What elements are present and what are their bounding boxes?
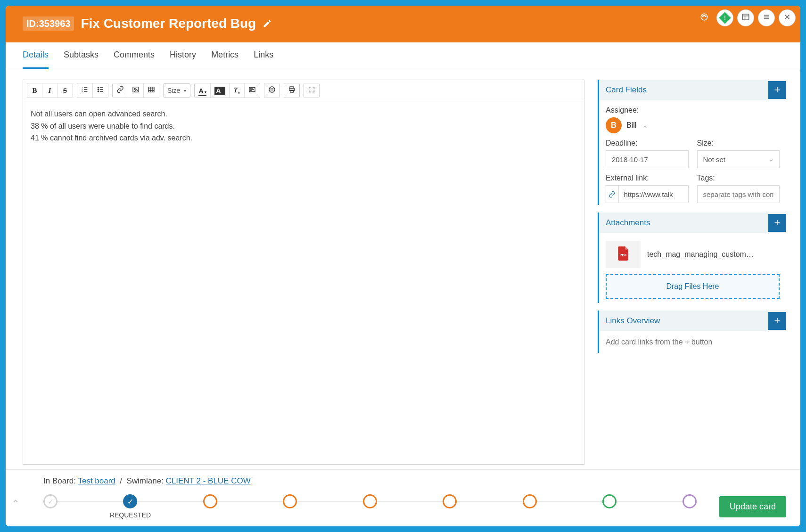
swimlane-link[interactable]: CLIENT 2 - BLUE COW [166, 476, 251, 485]
assignee-name: Bill [626, 121, 636, 130]
clear-format-button[interactable]: Tx [230, 83, 245, 98]
image-button[interactable] [128, 83, 144, 98]
link-prefix-icon [606, 186, 619, 203]
plus-icon: + [774, 315, 781, 327]
collapse-footer-button[interactable] [11, 497, 20, 507]
bg-color-icon: A▾ [214, 87, 225, 95]
svg-point-19 [98, 89, 99, 90]
size-label: Size: [697, 139, 780, 147]
code-block-button[interactable] [245, 83, 260, 98]
alert-diamond-icon [721, 14, 729, 22]
emoji-button[interactable] [264, 83, 280, 98]
svg-point-37 [272, 89, 273, 89]
attachments-add-button[interactable]: + [768, 214, 786, 232]
deadline-label: Deadline: [606, 139, 689, 147]
deadline-input[interactable]: 2018-10-17 [606, 150, 689, 168]
font-size-label: Size [167, 87, 180, 94]
plus-icon: + [774, 84, 781, 96]
card-fields-section: Card Fields + Assignee: B Bill ⌄ Deadlin… [598, 80, 786, 205]
close-button[interactable] [779, 9, 796, 26]
palette-icon [700, 13, 708, 23]
tab-metrics[interactable]: Metrics [211, 42, 239, 69]
svg-text:PDF: PDF [620, 253, 627, 257]
attachment-thumb: PDF [606, 241, 641, 268]
step-9[interactable] [683, 494, 697, 508]
pdf-icon: PDF [617, 246, 629, 262]
link-icon [116, 86, 124, 95]
svg-text:3: 3 [82, 90, 82, 92]
svg-point-36 [271, 89, 271, 89]
tab-details[interactable]: Details [23, 42, 49, 69]
attachment-filename: tech_mag_managing_custom… [647, 250, 780, 259]
links-empty-hint: Add card links from the + button [599, 331, 786, 353]
step-3[interactable] [203, 494, 217, 508]
close-icon [783, 13, 791, 23]
tab-bar: Details Subtasks Comments History Metric… [6, 42, 800, 69]
bullet-list-button[interactable] [93, 83, 108, 98]
table-button[interactable] [144, 83, 159, 98]
file-dropzone[interactable]: Drag Files Here [606, 274, 780, 299]
number-list-button[interactable]: 123 [77, 83, 93, 98]
links-add-button[interactable]: + [768, 312, 786, 330]
menu-icon [762, 13, 771, 23]
svg-point-18 [98, 87, 99, 88]
crumb-separator: / [120, 476, 122, 485]
board-link[interactable]: Test board [78, 476, 115, 485]
tags-field[interactable] [703, 190, 774, 198]
image-icon [132, 86, 140, 95]
card-id-chip: ID:353963 [23, 16, 74, 31]
text-color-button[interactable]: A▾ [195, 83, 211, 98]
swimlane-label: Swimlane: [126, 476, 163, 485]
editor-textarea[interactable]: Not all users can open advanced search. … [23, 101, 584, 465]
external-link-field[interactable] [624, 190, 682, 198]
tags-input[interactable] [697, 185, 780, 203]
assignee-select[interactable]: B Bill ⌄ [606, 117, 780, 133]
step-5[interactable] [363, 494, 377, 508]
svg-point-2 [704, 15, 705, 16]
chevron-down-icon: ⌄ [643, 122, 648, 129]
update-card-button[interactable]: Update card [719, 496, 786, 517]
edit-title-button[interactable] [263, 19, 272, 28]
layout-button[interactable] [737, 9, 754, 26]
tab-subtasks[interactable]: Subtasks [64, 42, 99, 69]
breadcrumb: In Board: Test board / Swimlane: CLIENT … [20, 470, 786, 491]
attachment-item[interactable]: PDF tech_mag_managing_custom… [606, 239, 780, 274]
right-sidebar: Card Fields + Assignee: B Bill ⌄ Deadlin… [598, 80, 786, 465]
attachments-section: Attachments + PDF tech_mag_managing_cust… [598, 213, 786, 303]
assignee-label: Assignee: [606, 106, 780, 115]
bg-color-button[interactable]: A▾ [211, 83, 230, 98]
palette-button[interactable] [696, 9, 713, 26]
layout-icon [741, 13, 750, 23]
deadline-value: 2018-10-17 [612, 156, 648, 164]
svg-point-25 [134, 88, 136, 90]
font-size-select[interactable]: Size [163, 83, 190, 98]
alert-button[interactable] [716, 9, 733, 26]
step-8[interactable] [602, 494, 617, 508]
editor-panel: B I S 123 Size A▾ A▾ Tx [23, 80, 584, 465]
top-icon-bar [696, 9, 796, 26]
italic-button[interactable]: I [42, 83, 58, 98]
step-4[interactable] [283, 494, 297, 508]
step-previous[interactable]: ✓ [43, 494, 58, 508]
step-6[interactable] [443, 494, 457, 508]
svg-rect-26 [148, 87, 154, 92]
bold-button[interactable]: B [27, 83, 42, 98]
attachments-title: Attachments [606, 218, 650, 228]
print-icon [288, 86, 296, 95]
fullscreen-button[interactable] [304, 83, 319, 98]
strike-button[interactable]: S [58, 83, 73, 98]
tab-history[interactable]: History [170, 42, 196, 69]
menu-button[interactable] [758, 9, 775, 26]
print-button[interactable] [284, 83, 299, 98]
tab-links[interactable]: Links [254, 42, 273, 69]
workflow-stepper: ✓ ✓ REQUESTED Update card [20, 491, 786, 519]
link-button[interactable] [113, 83, 128, 98]
step-7[interactable] [523, 494, 537, 508]
size-value: Not set [703, 156, 726, 164]
size-select[interactable]: Not set [697, 150, 780, 168]
external-link-input[interactable] [606, 185, 689, 203]
tab-comments[interactable]: Comments [114, 42, 155, 69]
external-link-label: External link: [606, 174, 689, 182]
card-fields-add-button[interactable]: + [768, 81, 786, 99]
step-requested[interactable]: ✓ [123, 494, 137, 508]
